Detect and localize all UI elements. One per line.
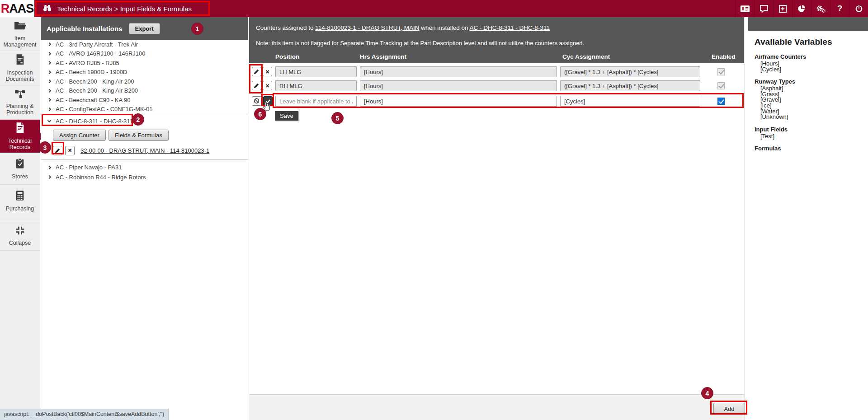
sidebar-item-item-management[interactable]: Item Management [0, 17, 40, 51]
document-icon [15, 54, 25, 66]
calculator-icon [15, 190, 24, 202]
hrs-assignment-input[interactable]: [Hours] [360, 96, 557, 107]
tree-item-avro-146rj100[interactable]: AC - AVRO 146RJ100 - 146RJ100 [41, 49, 248, 59]
variable-group-runway-types: Runway Types [Asphalt] [Grass] [Gravel] … [755, 78, 868, 120]
edit-pencil-button[interactable] [252, 67, 261, 76]
available-variables-panel: Available Variables Airframe Counters [H… [748, 17, 868, 420]
note-text: Note: this item is not flagged for Separ… [256, 40, 584, 47]
tree-item-dhc-8-311[interactable]: AC - DHC-8-311 - DHC-8-311 [41, 115, 248, 127]
sidebar-item-label: Inspection Documents [1, 70, 39, 82]
sidebar-collapse-button[interactable]: Collapse [0, 221, 40, 251]
tree-item-king-air-b200[interactable]: AC - Beech 200 - King Air B200 [41, 86, 248, 96]
applicable-installations-panel: Applicable Installations Export AC - 3rd… [41, 17, 248, 420]
sidebar-item-planning-production[interactable]: Planning & Production [0, 85, 40, 120]
position-input[interactable] [275, 96, 357, 107]
export-button[interactable]: Export [129, 23, 160, 34]
tree-item-beech-1900d[interactable]: AC - Beech 1900D - 1900D [41, 68, 248, 77]
hrs-assignment-value: [Hours] [360, 66, 557, 77]
table-row: × LH MLG [Hours] ([Gravel] * 1.3 + [Asph… [249, 66, 744, 78]
chevron-right-icon [47, 70, 51, 74]
sidebar-item-label: Item Management [1, 35, 39, 48]
installations-title: Applicable Installations [47, 25, 123, 33]
assign-counter-button[interactable]: Assign Counter [53, 130, 106, 141]
raas-logo[interactable]: R AAS [0, 0, 34, 17]
add-window-icon[interactable] [773, 0, 792, 17]
variable-group-formulas: Formulas [755, 145, 868, 152]
logo-letter-r: R [1, 2, 9, 16]
tree-item-trek-air[interactable]: AC - 3rd Party Aircraft - Trek Air [41, 40, 248, 49]
table-row: × RH MLG [Hours] ([Gravel] * 1.3 + [Asph… [249, 80, 744, 92]
annotation-badge-5: 5 [331, 112, 344, 124]
annotation-badge-6: 6 [254, 108, 266, 120]
chevron-right-icon [47, 52, 51, 56]
sidebar-item-technical-records[interactable]: Technical Records [0, 120, 40, 153]
variable-item: [Unknown] [755, 114, 868, 120]
edit-pencil-button[interactable] [252, 81, 261, 90]
tree-item-robinson-r44[interactable]: AC - Robinson R44 - Ridge Rotors [41, 173, 248, 182]
column-header-cyc: Cyc Assignment [562, 53, 610, 60]
user-card-icon[interactable] [735, 0, 754, 17]
top-bar: R AAS Technical Records > Input Fields &… [0, 0, 868, 17]
delete-x-button[interactable]: × [65, 146, 75, 155]
table-footer: Add [249, 394, 744, 420]
chevron-right-icon [47, 175, 51, 179]
tree-item-piper-navajo[interactable]: AC - Piper Navajo - PA31 [41, 163, 248, 173]
delete-x-button[interactable]: × [263, 81, 272, 90]
technical-records-icon [15, 122, 25, 135]
hrs-assignment-value: [Hours] [360, 80, 557, 91]
power-icon[interactable] [849, 0, 868, 17]
enabled-checkbox-disabled [717, 82, 725, 89]
drag-strut-link[interactable]: 32-00-00 - DRAG STRUT, MAIN - 114-810002… [80, 147, 209, 154]
chevron-right-icon [47, 89, 51, 93]
cyc-assignment-input[interactable]: [Cycles] [560, 96, 700, 107]
tree-item-configtestac[interactable]: AC - ConfigTestAC - C0NF1G-MK-01 [41, 105, 248, 114]
help-icon[interactable]: ? [830, 0, 849, 17]
sidebar-item-stores[interactable]: Stores [0, 153, 40, 185]
sidebar: Item Management Inspection Documents Pla… [0, 17, 40, 420]
counters-assigned-line: Counters assigned to 114-8100023-1 - DRA… [256, 24, 550, 31]
column-header-enabled: Enabled [712, 53, 736, 60]
add-button[interactable]: Add [713, 403, 745, 415]
pie-chart-icon[interactable] [792, 0, 811, 17]
status-bar-link-preview: javascript:__doPostBack('ctl00$MainConte… [0, 409, 169, 420]
fields-formulas-button[interactable]: Fields & Formulas [108, 130, 169, 141]
cancel-ban-button[interactable] [252, 96, 261, 106]
breadcrumb-text: Technical Records > Input Fields & Formu… [57, 5, 192, 13]
enabled-checkbox-disabled [717, 68, 725, 75]
installations-tree: AC - 3rd Party Aircraft - Trek Air AC - … [41, 40, 248, 182]
sidebar-item-label: Planning & Production [1, 103, 39, 116]
part-link[interactable]: 114-8100023-1 - DRAG STRUT, MAIN [315, 24, 419, 31]
clipboard-check-icon [15, 158, 24, 170]
annotation-badge-2: 2 [132, 113, 144, 126]
settings-gears-icon[interactable] [811, 0, 830, 17]
compress-icon [15, 226, 25, 237]
sidebar-item-label: Collapse [9, 240, 31, 246]
sidebar-item-label: Purchasing [6, 205, 34, 212]
annotation-badge-3: 3 [39, 141, 51, 154]
tree-item-king-air-200[interactable]: AC - Beech 200 - King Air 200 [41, 77, 248, 86]
chevron-right-icon [47, 166, 51, 169]
counters-header: Counters assigned to 114-8100023-1 - DRA… [249, 17, 744, 63]
aircraft-link[interactable]: AC - DHC-8-311 - DHC-8-311 [470, 24, 550, 31]
column-header-position: Position [275, 53, 299, 60]
right-panel-header-strip [748, 17, 868, 31]
sidebar-item-inspection-documents[interactable]: Inspection Documents [0, 51, 40, 85]
chevron-right-icon [47, 42, 51, 46]
edit-pencil-button[interactable] [53, 146, 62, 155]
variable-item: [Test] [755, 134, 868, 140]
variable-group-airframe-counters: Airframe Counters [Hours] [Cycles] [755, 53, 868, 72]
variable-item: [Cycles] [755, 67, 868, 73]
chevron-right-icon [47, 107, 51, 111]
tree-item-avro-rj85[interactable]: AC - AVRO RJ85 - RJ85 [41, 58, 248, 68]
chat-icon[interactable] [754, 0, 773, 17]
tree-item-beechcraft-c90[interactable]: AC - Beechcraft C90 - KA 90 [41, 95, 248, 105]
logo-letters-aas: AAS [9, 2, 33, 16]
chevron-right-icon [47, 79, 51, 83]
annotation-badge-1: 1 [191, 23, 203, 35]
variable-group-input-fields: Input Fields [Test] [755, 126, 868, 140]
cyc-assignment-value: ([Gravel] * 1.3 + [Asphalt]) * [Cycles] [560, 66, 700, 77]
delete-x-button[interactable]: × [263, 67, 272, 76]
enabled-checkbox[interactable] [717, 98, 725, 105]
sidebar-item-purchasing[interactable]: Purchasing [0, 185, 40, 217]
annotation-badge-4: 4 [701, 387, 713, 399]
